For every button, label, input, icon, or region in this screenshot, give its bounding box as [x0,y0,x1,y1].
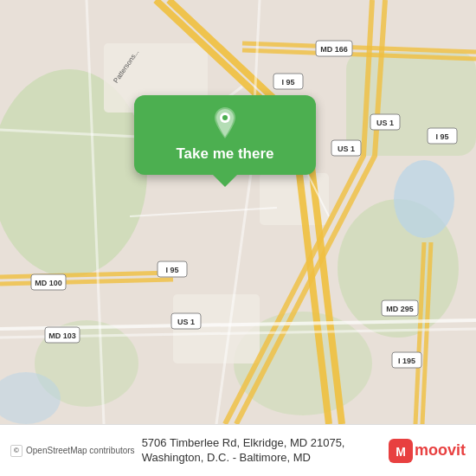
svg-text:US 1: US 1 [177,318,195,326]
svg-text:MD 166: MD 166 [320,45,348,54]
svg-text:I 95: I 95 [165,266,178,274]
svg-point-9 [394,160,454,238]
svg-text:US 1: US 1 [376,119,394,127]
moovit-name: moovit [415,441,466,460]
svg-text:MD 100: MD 100 [35,279,62,287]
svg-text:I 95: I 95 [281,78,294,87]
location-pin-icon [208,106,242,140]
osm-text: OpenStreetMap contributors [26,446,135,455]
map-container: I 95 I 95 I 95 US 1 US 1 US 1 MD 166 MD … [0,0,476,424]
location-popup[interactable]: Take me there [134,95,316,175]
moovit-icon: M [389,439,413,463]
openstreetmap-attribution: © OpenStreetMap contributors [10,445,135,457]
svg-text:US 1: US 1 [338,145,355,153]
svg-text:I 95: I 95 [435,132,448,141]
bottom-bar: © OpenStreetMap contributors 5706 Timber… [0,424,476,476]
svg-text:M: M [396,445,406,459]
svg-text:MD 295: MD 295 [386,305,414,313]
svg-point-35 [222,115,228,120]
osm-icon: © [10,445,23,457]
svg-text:I 195: I 195 [398,357,415,365]
svg-text:MD 103: MD 103 [48,331,76,340]
popup-label: Take me there [176,145,273,163]
address-text: 5706 Timberlee Rd, Elkridge, MD 21075, W… [142,436,382,466]
moovit-logo: M moovit [389,439,466,463]
